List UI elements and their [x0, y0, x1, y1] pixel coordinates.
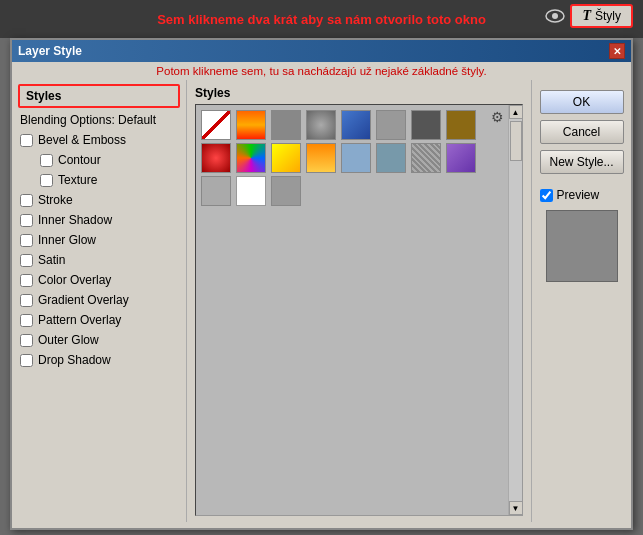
style-thumb-lightblue[interactable] [341, 143, 371, 173]
left-panel-item-gradient-overlay[interactable]: Gradient Overlay [12, 290, 186, 310]
inner-glow-label: Inner Glow [38, 233, 96, 247]
top-right-widget: T Štyly [544, 4, 633, 28]
inner-shadow-label: Inner Shadow [38, 213, 112, 227]
stroke-checkbox[interactable] [20, 194, 33, 207]
style-thumb-orange[interactable] [306, 143, 336, 173]
contour-checkbox[interactable] [40, 154, 53, 167]
scrollbar-vertical[interactable]: ▲ ▼ [508, 105, 522, 515]
styles-grid-container[interactable]: ⚙ [195, 104, 523, 516]
drop-shadow-checkbox[interactable] [20, 354, 33, 367]
contour-label: Contour [58, 153, 101, 167]
style-thumb-white[interactable] [236, 176, 266, 206]
style-thumb-yellow[interactable] [271, 143, 301, 173]
drop-shadow-label: Drop Shadow [38, 353, 111, 367]
preview-box [546, 210, 618, 282]
style-thumb-gray2[interactable] [376, 110, 406, 140]
layer-style-dialog: Layer Style ✕ Potom klikneme sem, tu sa … [10, 38, 633, 530]
bevel-checkbox[interactable] [20, 134, 33, 147]
top-annotation: Sem klikneme dva krát aby sa nám otvoril… [157, 12, 486, 27]
gradient-overlay-checkbox[interactable] [20, 294, 33, 307]
inner-glow-checkbox[interactable] [20, 234, 33, 247]
stroke-label: Stroke [38, 193, 73, 207]
outer-glow-label: Outer Glow [38, 333, 99, 347]
left-panel-item-inner-shadow[interactable]: Inner Shadow [12, 210, 186, 230]
color-overlay-checkbox[interactable] [20, 274, 33, 287]
pattern-overlay-label: Pattern Overlay [38, 313, 121, 327]
eye-icon[interactable] [544, 5, 566, 27]
preview-checkbox-row: Preview [540, 188, 600, 202]
inner-shadow-checkbox[interactable] [20, 214, 33, 227]
styles-grid [196, 105, 522, 211]
texture-label: Texture [58, 173, 97, 187]
ok-button[interactable]: OK [540, 90, 624, 114]
styles-tab[interactable]: T Štyly [570, 4, 633, 28]
style-thumb-none[interactable] [201, 110, 231, 140]
new-style-button[interactable]: New Style... [540, 150, 624, 174]
blending-options-label: Blending Options: Default [20, 113, 156, 127]
style-thumb-texture[interactable] [411, 143, 441, 173]
left-panel-item-color-overlay[interactable]: Color Overlay [12, 270, 186, 290]
outer-glow-checkbox[interactable] [20, 334, 33, 347]
color-overlay-label: Color Overlay [38, 273, 111, 287]
bevel-label: Bevel & Emboss [38, 133, 126, 147]
style-thumb-purple[interactable] [446, 143, 476, 173]
style-thumb-grayblue[interactable] [376, 143, 406, 173]
left-panel-item-drop-shadow[interactable]: Drop Shadow [12, 350, 186, 370]
style-thumb-fire[interactable] [236, 110, 266, 140]
scroll-down-arrow[interactable]: ▼ [509, 501, 523, 515]
left-panel-item-texture[interactable]: Texture [12, 170, 186, 190]
left-panel-item-satin[interactable]: Satin [12, 250, 186, 270]
styles-label[interactable]: Styles [18, 84, 180, 108]
middle-panel: Styles ⚙ [187, 80, 531, 522]
left-panel-item-stroke[interactable]: Stroke [12, 190, 186, 210]
style-thumb-swirl[interactable] [236, 143, 266, 173]
left-panel-item-outer-glow[interactable]: Outer Glow [12, 330, 186, 350]
style-thumb-brown[interactable] [446, 110, 476, 140]
preview-checkbox[interactable] [540, 189, 553, 202]
left-panel: Styles Blending Options: Default Bevel &… [12, 80, 187, 522]
left-panel-item-bevel[interactable]: Bevel & Emboss [12, 130, 186, 150]
left-panel-item-pattern-overlay[interactable]: Pattern Overlay [12, 310, 186, 330]
svg-point-1 [552, 13, 558, 19]
style-thumb-blue[interactable] [341, 110, 371, 140]
preview-section: Preview [540, 188, 624, 282]
gear-icon[interactable]: ⚙ [491, 109, 504, 125]
left-panel-item-inner-glow[interactable]: Inner Glow [12, 230, 186, 250]
dialog-close-button[interactable]: ✕ [609, 43, 625, 59]
style-thumb-red[interactable] [201, 143, 231, 173]
style-thumb-darkgray[interactable] [411, 110, 441, 140]
pattern-overlay-checkbox[interactable] [20, 314, 33, 327]
t-icon: T [582, 8, 591, 24]
style-thumb-stone[interactable] [306, 110, 336, 140]
cancel-button[interactable]: Cancel [540, 120, 624, 144]
style-thumb-gray3[interactable] [271, 176, 301, 206]
gradient-overlay-label: Gradient Overlay [38, 293, 129, 307]
texture-checkbox[interactable] [40, 174, 53, 187]
satin-checkbox[interactable] [20, 254, 33, 267]
styles-heading: Styles [195, 86, 523, 100]
satin-label: Satin [38, 253, 65, 267]
dialog-annotation: Potom klikneme sem, tu sa nachádzajú už … [12, 62, 631, 80]
left-panel-item-contour[interactable]: Contour [12, 150, 186, 170]
left-panel-item-blending[interactable]: Blending Options: Default [12, 110, 186, 130]
top-bar: Sem klikneme dva krát aby sa nám otvoril… [0, 0, 643, 38]
style-thumb-gray1[interactable] [271, 110, 301, 140]
dialog-titlebar: Layer Style ✕ [12, 40, 631, 62]
scroll-up-arrow[interactable]: ▲ [509, 105, 523, 119]
dialog-body: Styles Blending Options: Default Bevel &… [12, 80, 631, 522]
preview-label: Preview [557, 188, 600, 202]
styles-tab-label: Štyly [595, 9, 621, 23]
scroll-thumb[interactable] [510, 121, 522, 161]
right-panel: OK Cancel New Style... Preview [531, 80, 631, 522]
dialog-title: Layer Style [18, 44, 82, 58]
style-thumb-midgray[interactable] [201, 176, 231, 206]
